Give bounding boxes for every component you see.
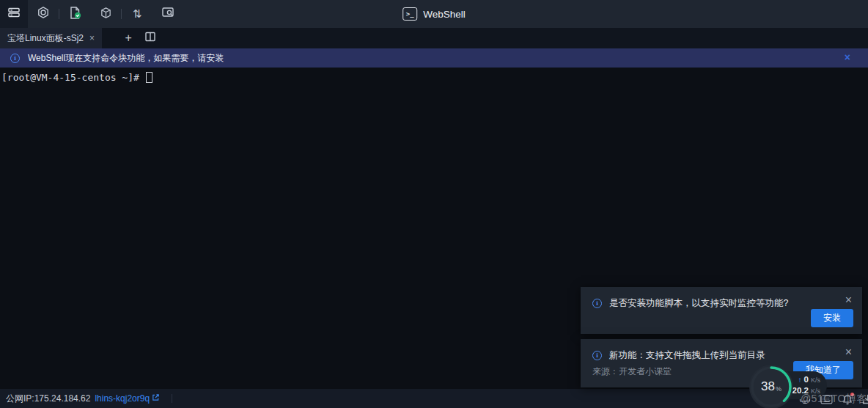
upload-value: 0 [804, 375, 809, 385]
notification-badge [850, 393, 854, 396]
split-view-icon [144, 31, 156, 45]
public-ip-label: 公网IP:175.24.184.62 [6, 393, 90, 405]
info-icon: i [592, 299, 602, 308]
gauge-percent-sign: % [776, 385, 781, 393]
download-button[interactable] [862, 394, 868, 407]
download-icon [862, 394, 868, 407]
instance-link[interactable]: lhins-kqj2or9q [95, 393, 160, 404]
instance-link-text: lhins-kqj2or9q [95, 393, 150, 404]
terminal-cursor [146, 72, 152, 83]
upload-unit: K/s [811, 376, 820, 385]
tab-baota-linux[interactable]: 宝塔Linux面板-sSj2 × [0, 28, 102, 48]
notice-bar: i WebShell现在支持命令块功能，如果需要，请安装 × [0, 48, 868, 68]
install-button[interactable]: 安装 [811, 309, 853, 327]
status-bar: 公网IP:175.24.184.62 lhins-kqj2or9q [0, 389, 868, 408]
upload-arrow-icon: ↑ [798, 375, 802, 385]
window-search-icon [161, 6, 174, 22]
external-link-icon [152, 393, 160, 404]
server-list-icon [7, 6, 21, 22]
info-icon: i [10, 54, 20, 63]
toast-install-monitor: i 是否安装功能脚本，以支持实时监控等功能? × 安装 [581, 287, 862, 334]
info-icon: i [592, 351, 602, 360]
window-title: WebShell [423, 9, 466, 20]
sessions-button[interactable] [0, 0, 28, 28]
file-check-icon [68, 6, 82, 23]
keyboard-icon [820, 394, 833, 407]
load-gauge[interactable]: 38 % [748, 363, 795, 408]
notice-close-icon[interactable]: × [845, 51, 850, 63]
toast-message: 是否安装功能脚本，以支持实时监控等功能? [609, 297, 788, 310]
tab-bar: 宝塔Linux面板-sSj2 × + [0, 28, 868, 48]
new-tab-button[interactable]: + [119, 32, 137, 45]
window-search-button[interactable] [152, 0, 183, 28]
status-divider [172, 394, 172, 403]
terminal-prompt-line: [root@VM-4-15-centos ~]# [1, 71, 152, 84]
notification-button[interactable] [842, 394, 853, 408]
gauge-percent-value: 38 [761, 379, 775, 394]
top-toolbar: ⇅ >_ WebShell [0, 0, 868, 28]
sort-sessions-button[interactable]: ⇅ [122, 0, 152, 28]
settings-button[interactable] [28, 0, 59, 28]
toast-message-row: i 新功能：支持文件拖拽上传到当前目录 [581, 339, 862, 362]
file-tasks-button[interactable] [59, 0, 90, 28]
terminal-icon: >_ [402, 7, 417, 21]
terminal-prompt: [root@VM-4-15-centos ~]# [1, 72, 145, 83]
toast-message-row: i 是否安装功能脚本，以支持实时监控等功能? [581, 287, 862, 310]
tab-title: 宝塔Linux面板-sSj2 [7, 32, 84, 45]
toast-source: 来源：开发者小课堂 [592, 365, 672, 378]
package-button[interactable] [90, 0, 121, 28]
window-title-area: >_ WebShell [402, 0, 466, 28]
gear-icon [37, 6, 50, 22]
notice-message: WebShell现在支持命令块功能，如果需要，请安装 [28, 52, 224, 65]
keyboard-button[interactable] [820, 394, 833, 407]
tab-close-icon[interactable]: × [89, 33, 95, 43]
toast-close-icon[interactable]: × [845, 346, 852, 358]
toast-close-icon[interactable]: × [845, 294, 852, 306]
toast-message: 新功能：支持文件拖拽上传到当前目录 [609, 349, 765, 362]
sort-arrows-icon: ⇅ [133, 7, 142, 21]
download-unit: K/s [811, 387, 820, 396]
split-view-button[interactable] [141, 31, 159, 45]
webshell-window: ⇅ >_ WebShell 宝塔Linux面板-sSj2 × + i WebSh… [0, 0, 868, 408]
gauge-label: 38 % [748, 363, 795, 408]
package-box-icon [100, 7, 112, 22]
